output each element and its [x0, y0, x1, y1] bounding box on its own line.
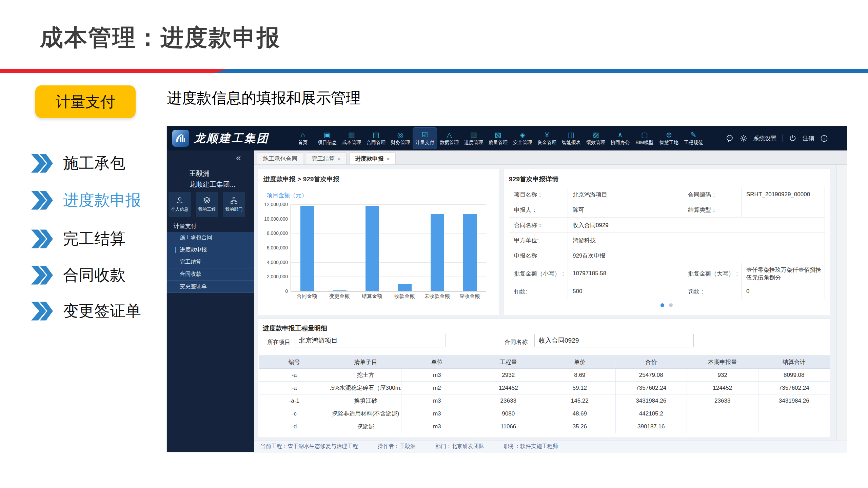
nav-item-smart-site[interactable]: ⊕智慧工地 — [657, 126, 681, 150]
y-axis-tick: 12,000,000 — [264, 202, 288, 207]
project-input[interactable]: 北京鸿游项目 — [295, 334, 446, 347]
slide-menu-label: 变更签证单 — [63, 301, 141, 322]
nav-item-data-mgmt[interactable]: △数据管理 — [437, 126, 461, 150]
x-axis-label: 应收金额 — [453, 293, 486, 300]
pagination-dot-active[interactable] — [660, 303, 664, 307]
contract-field-label: 合同名称 — [505, 338, 528, 346]
sidebar-collapse-icon[interactable]: « — [236, 152, 241, 163]
top-nav-right: 系统设置 注销 — [726, 126, 828, 150]
my-department-button[interactable]: 我的部门 — [223, 192, 245, 217]
nav-item-funds-mgmt[interactable]: ¥资金管理 — [535, 126, 559, 150]
message-icon[interactable] — [726, 134, 734, 142]
nav-item-contract-mgmt[interactable]: ▤合同管理 — [364, 126, 388, 150]
slide: 成本管理：进度款申报 计量支付 进度款信息的填报和展示管理 施工承包 进度款申报… — [0, 0, 868, 488]
y-axis-tick: 2,000,000 — [267, 274, 288, 279]
nav-item-project-info[interactable]: ▣项目信息 — [315, 126, 339, 150]
divider-rule-red — [0, 69, 237, 73]
col-header: 编号 — [259, 356, 330, 368]
info-icon[interactable] — [820, 135, 828, 142]
x-axis-label: 未收款金额 — [421, 293, 453, 300]
contract-input[interactable]: 收入合同0929 — [534, 334, 694, 347]
detail-table: 项目名称： 北京鸿游项目 合同编码： SRHT_20190929_00000 申… — [509, 187, 825, 299]
my-projects-button[interactable]: 我的工程 — [196, 192, 218, 217]
sidebar-item-completion-settlement[interactable]: 完工结算 — [167, 256, 254, 268]
nav-item-performance[interactable]: ▨绩效管理 — [584, 126, 608, 150]
nav-item-quality-mgmt[interactable]: ▧质量管理 — [486, 126, 510, 150]
col-header: 本期申报量 — [687, 356, 758, 368]
standards-icon: ✎ — [690, 131, 696, 139]
bar-chart: 12,000,000 10,000,000 8,000,000 6,000,00… — [291, 204, 486, 291]
nav-item-bim[interactable]: ▢BIM模型 — [632, 126, 657, 150]
slide-menu-item-change-visa: 变更签证单 — [31, 299, 141, 323]
x-axis-label: 结算金额 — [356, 293, 388, 300]
nav-item-finance-mgmt[interactable]: ◎财务管理 — [388, 126, 413, 150]
bar-receivable-amount — [463, 214, 477, 291]
status-operator: 操作者：王毅洲 — [378, 443, 416, 450]
collaboration-icon: ∧ — [617, 131, 623, 139]
contract-icon: ▤ — [373, 131, 379, 139]
power-icon[interactable] — [789, 135, 796, 142]
table-row[interactable]: -d 挖淤泥 m3 11066 35.26 390187.16 — [259, 420, 830, 433]
module-badge: 计量支付 — [35, 85, 136, 118]
bar-contract-amount — [300, 206, 314, 291]
report-icon: ◫ — [568, 131, 575, 139]
nav-item-collaboration[interactable]: ∧协同办公 — [608, 126, 632, 150]
nav-item-measure-pay[interactable]: ☑计量支付 — [413, 127, 437, 149]
user-company: 龙顺建工集团... — [189, 179, 236, 190]
tab-bar: 施工承包合同 完工结算× 进度款申报× — [254, 150, 847, 165]
table-row[interactable]: -a 挖土方 m3 2932 8.69 25479.08 932 8099.08 — [259, 369, 830, 382]
sidebar-item-construction-contract[interactable]: 施工承包合同 — [167, 232, 254, 244]
project-info-icon: ▣ — [324, 131, 331, 139]
detail-row: 申报名称 929首次申报 — [509, 248, 825, 263]
slide-menu-item-construction-contract: 施工承包 — [31, 151, 125, 176]
close-icon[interactable]: × — [338, 156, 341, 162]
gear-icon[interactable] — [740, 135, 747, 142]
status-bar: 当前工程：查干湖水生态修复与治理工程 操作者：王毅洲 部门：北京研发团队 职务：… — [254, 441, 847, 452]
project-field-label: 所在项目 — [267, 338, 290, 346]
detail-row: 合同名称： 收入合同0929 — [509, 218, 825, 233]
scrollbar[interactable] — [836, 165, 847, 441]
tab-completion-settlement[interactable]: 完工结算× — [306, 152, 347, 164]
table-row[interactable]: -a 4.5%水泥稳定碎石（厚300m... m2 124452 59.12 7… — [259, 382, 830, 394]
x-axis-labels: 合同金额 变更金额 结算金额 收款金额 未收款金额 应收金额 — [291, 293, 486, 300]
status-department: 部门：北京研发团队 — [435, 443, 484, 450]
app-top-nav: 龙顺建工集团 ⌂首页 ▣项目信息 ▦成本管理 ▤合同管理 ◎财务管理 ☑计量支付… — [167, 126, 847, 150]
slide-subtitle: 进度款信息的填报和展示管理 — [167, 88, 361, 108]
section-title: 进度款申报工程量明细 — [263, 324, 327, 333]
double-chevron-icon — [31, 191, 53, 210]
table-row[interactable]: -a-1 换填江砂 m3 23633 145.22 3431984.26 236… — [259, 394, 830, 407]
pagination-dot[interactable] — [669, 303, 673, 307]
slide-menu-label: 合同收款 — [63, 265, 125, 286]
data-icon: △ — [447, 131, 452, 139]
table-row[interactable]: -c 挖除非适用材料(不含淤泥) m3 9080 48.69 442105.2 — [259, 407, 830, 420]
nav-item-schedule-mgmt[interactable]: ▥进度管理 — [461, 126, 486, 150]
nav-item-safety-mgmt[interactable]: ◈安全管理 — [510, 126, 535, 150]
bar-settlement-amount — [366, 206, 379, 291]
app-sidebar: « 王毅洲 龙顺建工集团... 个人信息 我的工程 我的部门 — [167, 150, 254, 452]
tab-construction-contract[interactable]: 施工承包合同 — [257, 152, 303, 164]
sidebar-item-contract-collection[interactable]: 合同收款 — [167, 268, 254, 281]
y-axis-tick: 6,000,000 — [267, 245, 288, 250]
sidebar-item-change-visa[interactable]: 变更签证单 — [167, 281, 254, 293]
bar-unreceived-amount — [431, 214, 444, 291]
chart-title: 项目金额（元） — [267, 191, 307, 199]
sidebar-section-label: 计量支付 — [174, 222, 197, 230]
logout-button[interactable]: 注销 — [803, 135, 814, 142]
personal-info-button[interactable]: 个人信息 — [169, 192, 191, 217]
sidebar-quick-buttons: 个人信息 我的工程 我的部门 — [169, 192, 245, 217]
nav-item-home[interactable]: ⌂首页 — [291, 126, 315, 150]
bar-change-amount — [333, 290, 347, 291]
col-header: 单价 — [544, 356, 616, 368]
system-settings-button[interactable]: 系统设置 — [753, 135, 776, 142]
layers-icon — [203, 197, 211, 204]
nav-item-smart-report[interactable]: ◫智能报表 — [559, 126, 584, 150]
tab-progress-payment[interactable]: 进度款申报× — [349, 152, 396, 164]
x-axis-label: 变更金额 — [323, 293, 356, 300]
sidebar-item-progress-payment[interactable]: 进度款申报 — [167, 244, 254, 256]
nav-item-standards[interactable]: ✎工程规范 — [681, 126, 706, 150]
close-icon[interactable]: × — [387, 156, 390, 162]
cost-icon: ▦ — [348, 131, 355, 139]
y-axis-tick: 8,000,000 — [267, 230, 288, 236]
company-logo-icon[interactable] — [172, 130, 189, 147]
nav-item-cost-mgmt[interactable]: ▦成本管理 — [339, 126, 364, 150]
